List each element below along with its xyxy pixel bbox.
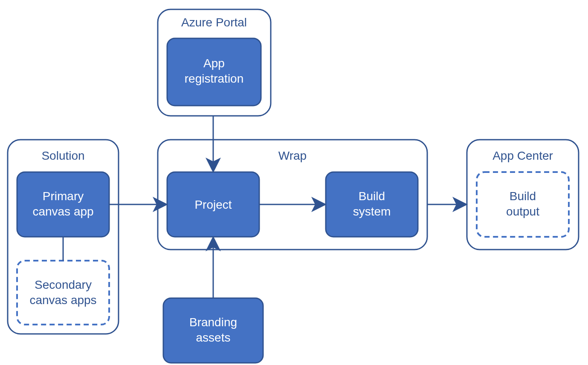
- group-wrap-title: Wrap: [278, 149, 307, 162]
- group-solution-title: Solution: [41, 149, 84, 162]
- node-primary-canvas-app-line2: canvas app: [32, 205, 93, 218]
- node-build-system-line1: Build: [359, 190, 385, 203]
- node-branding-assets-line2: assets: [196, 331, 231, 344]
- svg-rect-10: [477, 172, 569, 237]
- node-secondary-canvas-apps-line1: Secondary: [35, 278, 92, 291]
- group-app-center-title: App Center: [492, 149, 553, 162]
- node-app-registration-line1: App: [203, 57, 225, 70]
- node-primary-canvas-app-line1: Primary: [43, 190, 84, 203]
- node-secondary-canvas-apps: Secondary canvas apps: [17, 261, 109, 325]
- node-build-output-line1: Build: [510, 190, 536, 203]
- group-azure-portal-title: Azure Portal: [181, 16, 247, 29]
- node-primary-canvas-app: Primary canvas app: [17, 172, 109, 237]
- node-project-line1: Project: [194, 198, 232, 211]
- architecture-diagram: Azure Portal App registration Solution P…: [0, 0, 588, 365]
- svg-rect-7: [326, 172, 418, 237]
- node-build-system: Build system: [326, 172, 418, 237]
- svg-rect-4: [17, 261, 109, 325]
- node-branding-assets-line1: Branding: [189, 316, 237, 329]
- node-branding-assets: Branding assets: [163, 298, 263, 363]
- node-app-registration: App registration: [167, 38, 261, 106]
- node-build-output-line2: output: [506, 205, 539, 218]
- node-app-registration-line2: registration: [185, 72, 244, 85]
- node-project: Project: [167, 172, 259, 237]
- node-build-system-line2: system: [353, 205, 391, 218]
- svg-rect-8: [163, 298, 263, 363]
- svg-rect-3: [17, 172, 109, 237]
- node-secondary-canvas-apps-line2: canvas apps: [29, 293, 96, 307]
- node-build-output: Build output: [477, 172, 569, 237]
